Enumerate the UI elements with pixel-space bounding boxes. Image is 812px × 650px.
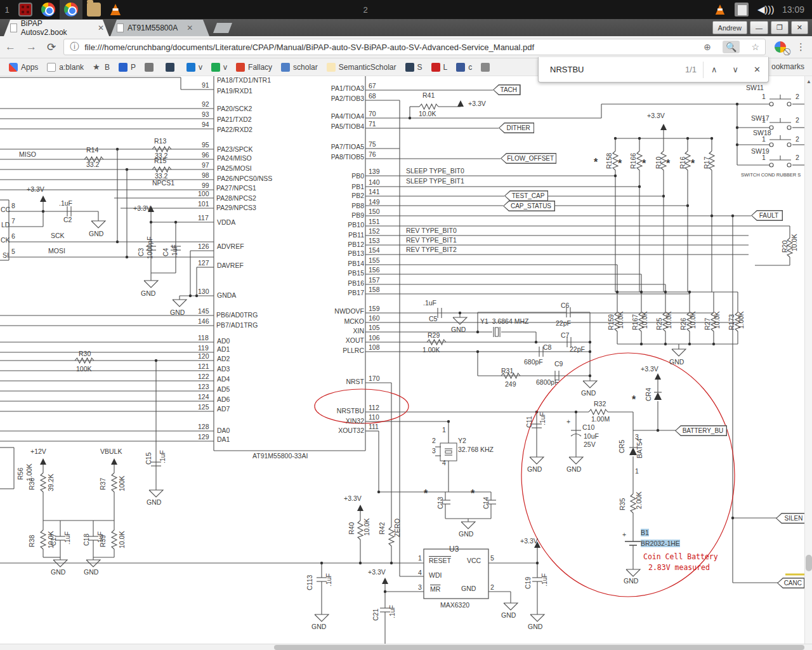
vertical-scrollbar-thumb[interactable] (806, 555, 812, 571)
find-previous-icon[interactable]: ∧ (704, 65, 725, 74)
tab-bipap[interactable]: BiPAP Autosv2.book ✕ (4, 20, 109, 36)
pdf-page-schematic[interactable]: 9192939495969798991001011171261271301451… (0, 76, 804, 644)
schematic-label: R16 (679, 157, 686, 169)
bookmark-item-l[interactable]: L (431, 63, 448, 72)
info-icon[interactable]: ⓘ (70, 41, 79, 53)
zoom-icon[interactable]: ⊕ (704, 42, 711, 52)
find-next-icon[interactable]: ∨ (725, 65, 747, 74)
scroll-up-icon[interactable]: ▲ (806, 79, 811, 84)
bookmark-item-a-blank[interactable]: a:blank (47, 63, 84, 72)
schematic-label: 10uF (584, 432, 599, 440)
bookmark-item-p[interactable]: P (119, 63, 136, 72)
schematic-label: C10 (582, 423, 594, 431)
taskbar-app-dice[interactable] (14, 0, 37, 19)
menu-icon[interactable]: ⋮ (796, 41, 806, 53)
schematic-label: 76 (369, 150, 376, 158)
clipboard-icon[interactable] (735, 3, 749, 17)
bookmark-item-v[interactable]: v (187, 63, 202, 72)
volume-icon[interactable]: ◀))) (757, 3, 771, 17)
bookmark-item-apps[interactable]: Apps (9, 63, 38, 72)
find-in-page-icon[interactable]: 🔍 (723, 41, 740, 53)
reload-icon[interactable]: ⟳ (47, 41, 56, 54)
schematic-label: * (666, 160, 670, 168)
workspace-2-label[interactable]: 2 (358, 5, 372, 15)
net-flag-fault: FAULT (751, 210, 783, 221)
find-close-icon[interactable]: ✕ (746, 65, 768, 74)
schematic-label: 71 (369, 120, 376, 128)
forward-icon[interactable]: → (26, 41, 37, 53)
schematic-label: 1.00M (591, 415, 610, 423)
back-icon[interactable]: ← (5, 41, 16, 53)
schematic-label: R166 (629, 153, 637, 169)
bookmark-item[interactable] (145, 63, 157, 72)
tab-close-icon[interactable]: ✕ (98, 23, 104, 32)
other-bookmarks-label[interactable]: ookmarks (771, 62, 804, 71)
schematic-label: R167 (631, 314, 639, 330)
schematic-label: R173 (728, 314, 735, 330)
bookmark-label: c (468, 63, 472, 72)
tab-at91m55800a[interactable]: AT91M55800A ✕ (110, 20, 209, 36)
schematic-label: R26 (679, 318, 687, 330)
schematic-label: +3.3V (133, 204, 151, 212)
bookmark-star-icon[interactable]: ☆ (751, 42, 759, 52)
adblock-extension-icon[interactable] (775, 41, 786, 53)
schematic-label: GND (451, 326, 466, 333)
schematic-label: R10 (655, 157, 662, 169)
maximize-button[interactable]: ❐ (771, 21, 789, 34)
bookmark-label: a:blank (59, 63, 84, 72)
bookmark-item[interactable] (166, 63, 178, 72)
schematic-label: LD (1, 221, 10, 229)
schematic-label: 123 (198, 383, 209, 390)
schematic-label: AD4 (217, 375, 230, 383)
schematic-label: +3.3V (368, 568, 386, 576)
schematic-label: R159 (607, 314, 615, 330)
star-icon: ★ (93, 63, 102, 72)
window-user-button[interactable]: Andrew (712, 21, 747, 34)
schematic-label: 157 (369, 276, 380, 284)
taskbar-app-chrome-1[interactable] (37, 0, 60, 19)
taskbar-app-chrome-2[interactable] (60, 0, 82, 19)
schematic-label: R13 (154, 137, 166, 145)
bookmark-item-v[interactable]: v (211, 63, 227, 72)
url-text[interactable]: file:///home/crunchbang/documents/Litera… (84, 43, 698, 52)
new-tab-button[interactable] (213, 23, 232, 33)
schematic-label: PA18/TXD1/NTR1 (217, 76, 271, 84)
address-bar[interactable]: ⓘ file:///home/crunchbang/documents/Lite… (63, 39, 766, 55)
schematic-label: 100K (118, 475, 126, 491)
schematic-label: 10.0K (419, 110, 436, 117)
schematic-label: AD2 (217, 355, 230, 362)
horizontal-scrollbar-thumb[interactable] (274, 645, 804, 650)
schematic-label: 70 (369, 110, 376, 117)
bookmark-item-fallacy[interactable]: Fallacy (236, 63, 272, 72)
tab-close-icon[interactable]: ✕ (187, 23, 193, 32)
bookmark-item-scholar[interactable]: scholar (281, 63, 318, 72)
schematic-label: 94 (202, 121, 209, 128)
schematic-label: +12V (30, 448, 46, 455)
schematic-label: 7 (11, 217, 15, 225)
horizontal-scrollbar[interactable] (0, 644, 812, 650)
schematic-label: GND (461, 585, 476, 592)
net-flag-battery_bu: BATTERY_BU (675, 425, 727, 436)
workspace-1-label[interactable]: 1 (0, 5, 14, 15)
schematic-label: C6 (561, 302, 569, 309)
browser-toolbar: ← → ⟳ ⓘ file:///home/crunchbang/document… (0, 36, 812, 58)
vertical-scrollbar[interactable]: ▲ (804, 76, 812, 644)
schematic-label: 140 (369, 178, 380, 186)
schematic-label: 1 (762, 116, 766, 124)
taskbar-app-vlc[interactable] (105, 0, 126, 19)
close-button[interactable]: ✕ (791, 21, 808, 34)
minimize-button[interactable]: — (750, 21, 768, 34)
schematic-label: GND (581, 389, 596, 397)
schematic-label: 99 (202, 182, 209, 189)
taskbar-app-files[interactable] (82, 0, 105, 19)
bookmark-item-semanticscholar[interactable]: SemanticScholar (327, 63, 396, 72)
bookmark-item[interactable] (481, 63, 493, 72)
schematic-label: + (566, 418, 570, 425)
schematic-label: +3.3V (27, 185, 44, 193)
bookmark-item-s[interactable]: S (405, 63, 422, 72)
find-input[interactable] (550, 65, 671, 74)
bookmark-item-c[interactable]: c (456, 63, 472, 72)
vlc-tray-icon[interactable] (716, 4, 724, 15)
schematic-label: 118 (198, 334, 209, 342)
bookmark-item-b[interactable]: ★B (93, 63, 110, 72)
